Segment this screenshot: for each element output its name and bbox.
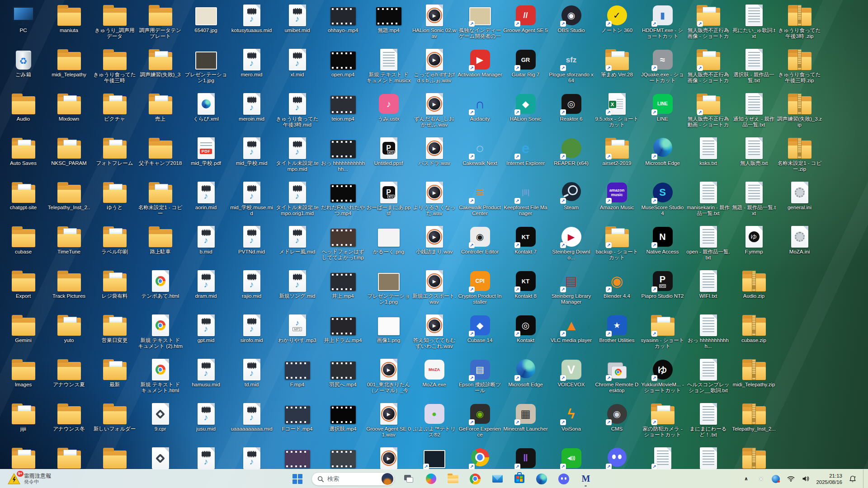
desktop-icon[interactable]: ↗Chrome Remote Desktop — [594, 356, 639, 394]
show-desktop-button[interactable] — [863, 469, 865, 488]
desktop-icon[interactable]: ohhayo-.mp4 — [321, 2, 365, 33]
desktop-icon[interactable]: ∩↗Audacity — [458, 90, 502, 122]
desktop-icon[interactable]: ▶ — [366, 445, 411, 470]
desktop-icon[interactable]: LINE↗LINE — [640, 90, 685, 122]
desktop-icon[interactable]: ヘルスコンプレッション__歌詞.txt — [686, 356, 731, 394]
desktop-icon[interactable]: きゅうり食ってた午後三時.zip — [777, 46, 822, 84]
desktop-icon[interactable]: 名称未設定1 - コピー.zip — [777, 135, 822, 172]
desktop-icon[interactable]: ▶パスドラ.wav — [412, 135, 457, 166]
desktop-icon[interactable]: ≈↗JQuake.exe - ショートカット — [640, 46, 685, 84]
desktop-icon[interactable] — [686, 445, 731, 470]
desktop-icon[interactable]: 死にたい_ゅ歌詞.txt — [731, 2, 776, 39]
desktop-icon[interactable]: 65407.jpg — [184, 2, 228, 33]
weather-widget[interactable]: 9+ 雷雨注意報 発令中 — [4, 469, 55, 488]
edge-button[interactable] — [533, 471, 550, 487]
desktop-icon[interactable]: ↗ — [594, 445, 639, 470]
desktop-icon[interactable]: 新規 テキスト ドキュメント.html — [138, 356, 183, 394]
desktop-icon[interactable]: 画像1.png — [366, 312, 411, 343]
desktop-icon[interactable]: ▤↗Steinberg Library Manager — [549, 267, 594, 305]
desktop-icon[interactable]: Telepathy_Inst_2... — [731, 400, 776, 432]
desktop-icon[interactable]: ♪xl.mid — [275, 46, 320, 78]
desktop-icon[interactable]: cubase — [1, 223, 46, 255]
desktop-icon[interactable]: ♪ — [184, 445, 228, 470]
desktop-icon[interactable]: ♪ — [229, 445, 274, 470]
desktop-icon[interactable]: Track Pictures — [47, 267, 91, 299]
desktop-icon[interactable]: きゅうり_調声用データ — [92, 2, 137, 39]
desktop-icon[interactable]: Images — [1, 356, 46, 388]
desktop-icon[interactable] — [138, 445, 183, 470]
desktop-icon[interactable]: ▶↗Steinberg Downlo... — [549, 223, 594, 261]
desktop-icon[interactable]: Audio.zip — [731, 267, 776, 299]
desktop-icon[interactable]: ↗REAPER (x64) — [549, 135, 594, 166]
desktop-icon[interactable]: ♪PVTNd.mid — [229, 223, 274, 255]
desktop-icon[interactable]: 無題 - 親作品一覧.txt — [731, 179, 776, 216]
desktop-icon[interactable]: ✓↗ノートン 360 — [594, 2, 639, 33]
desktop-icon[interactable]: ▶HALion Sonic 02.wav — [412, 2, 457, 39]
desktop-icon[interactable]: ≡↗Cakewalk Product Center — [458, 179, 502, 216]
desktop-icon[interactable]: 路上駐車 — [138, 223, 183, 255]
desktop-icon[interactable]: ◉↗GeForce Experience — [458, 400, 502, 438]
start-button[interactable] — [289, 471, 306, 487]
desktop-icon[interactable]: ↗syasinn - ショートカット — [640, 312, 685, 349]
desktop-icon[interactable]: プレゼンテーション1.jpg — [184, 46, 228, 84]
desktop-icon[interactable]: 名称未設定1 - コピー — [138, 179, 183, 216]
desktop-icon[interactable]: ksks.txt — [686, 135, 731, 166]
desktop-icon[interactable]: ◆↗HALion Sonic — [503, 90, 548, 122]
desktop-icon[interactable]: jijii — [1, 400, 46, 432]
desktop-icon[interactable]: ♻ごみ箱 — [1, 46, 46, 78]
tray-sphere-app-button[interactable] — [771, 472, 780, 486]
desktop-icon[interactable]: chatgpt-site — [1, 179, 46, 211]
desktop-icon[interactable]: Gemini — [1, 312, 46, 343]
desktop-icon[interactable]: //↗Groove Agent SE 5 — [503, 2, 548, 33]
desktop-icon[interactable]: 調声練習(失敗)_3 — [138, 46, 183, 78]
desktop-icon[interactable] — [1, 445, 46, 470]
desktop-icon[interactable]: 9.cpr — [138, 400, 183, 432]
desktop-icon[interactable]: 無人販売.txt — [731, 135, 776, 166]
desktop-icon[interactable]: プレゼンテーション1.png — [366, 267, 411, 305]
desktop-icon[interactable]: ◎↗Kontakt — [503, 312, 548, 343]
desktop-icon[interactable]: ♪タイトル未設定.tempo.mid — [275, 135, 320, 172]
desktop-icon[interactable]: ♪aorin.mid — [184, 179, 228, 211]
desktop-icon[interactable]: ♪umibet.mid — [275, 2, 320, 33]
desktop-icon[interactable]: ヘッドフォンはずしててよかっt.mp4 — [321, 223, 365, 261]
desktop-icon[interactable]: ▶↗Activation Manager — [458, 46, 502, 78]
desktop-icon[interactable]: ♪mid_学校.muse.mid — [229, 179, 274, 216]
desktop-icon[interactable]: midi_Telepathy.zip — [731, 356, 776, 388]
desktop-icon[interactable]: 最新 — [92, 356, 137, 388]
desktop-icon[interactable]: ▶ずんだもん_しおかぜふ.wav — [412, 90, 457, 128]
desktop-icon[interactable]: かるーく.png — [366, 223, 411, 255]
desktop-icon[interactable]: ▶よりうるさくなった.wav — [412, 179, 457, 216]
desktop-icon[interactable]: ♪新規ソング.mid — [275, 267, 320, 299]
store-button[interactable] — [511, 471, 528, 487]
desktop-icon[interactable]: 選択肢 - 親作品一覧.txt — [731, 46, 776, 84]
desktop-icon[interactable]: ◆↗Cubase 14 — [458, 312, 502, 343]
task-view-button[interactable] — [401, 471, 417, 487]
desktop-icon[interactable]: ♪kotusytuaaus.mid — [229, 2, 274, 33]
desktop-icon[interactable]: ♪MP3わかりやす.mp3 — [275, 312, 320, 343]
desktop-icon[interactable]: ♪mero.mid — [229, 46, 274, 78]
desktop-icon[interactable]: きゅうり食ってた午後三時 — [92, 46, 137, 84]
m-app-button[interactable]: M — [578, 471, 594, 487]
desktop-icon[interactable]: ↗ — [458, 445, 502, 470]
desktop-icon[interactable]: ◉↗Controller Editor — [458, 223, 502, 255]
desktop-icon[interactable]: MoZA.ini — [777, 223, 822, 255]
desktop-icon[interactable]: F.mp4 — [275, 356, 320, 388]
desktop-icon[interactable]: ↗Steam — [549, 179, 594, 211]
desktop-icon[interactable]: V↗VOICEVOX — [549, 356, 594, 388]
desktop-icon[interactable]: manisekarin - 親作品一覧.txt — [686, 179, 731, 216]
desktop-icon[interactable]: ◉↗Blender 4.4 — [594, 267, 639, 299]
desktop-icon[interactable] — [731, 445, 776, 470]
desktop-icon[interactable]: KT↗Kontakt 7 — [503, 223, 548, 255]
desktop-icon[interactable]: Telepathy_Inst_2.. — [47, 179, 91, 211]
desktop-icon[interactable]: おっ hhhhhhhhhhh... — [686, 312, 731, 349]
desktop-icon[interactable]: 井上ドラム.mp4 — [321, 312, 365, 343]
desktop-icon[interactable]: ▶こってゅh dすおf d s b ふぉ.wav — [412, 46, 457, 84]
desktop-icon[interactable]: ▤↗Epson 接続診断ツール — [458, 356, 502, 394]
desktop-icon[interactable]: ↗Microsoft Edge — [503, 356, 548, 388]
desktop-icon[interactable]: 新規 テキスト ドキュメント (2).html — [138, 312, 183, 350]
desktop-icon[interactable]: ↗Microsoft Edge — [640, 135, 685, 166]
desktop-icon[interactable]: ゆ↗YukkuriMovieM... - ショートカット — [640, 356, 685, 394]
volume-button[interactable] — [801, 472, 810, 486]
desktop-icon[interactable] — [321, 445, 365, 470]
desktop-icon[interactable]: GR↗Guitar Rig 7 — [503, 46, 548, 78]
